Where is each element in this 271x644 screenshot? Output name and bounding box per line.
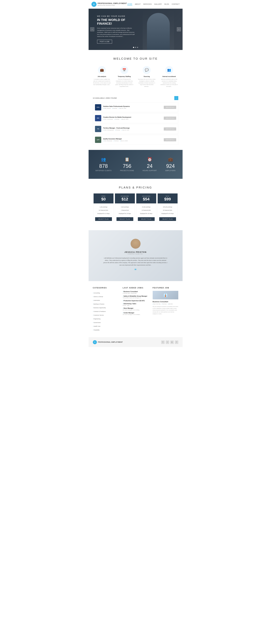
category-link-1[interactable]: Admin & Clerical	[93, 296, 103, 297]
category-item-1: Admin & Clerical	[93, 294, 118, 298]
job-meta-2: USA, Pennsylvania Full time Sep 04, 2015	[103, 130, 162, 131]
pricing-feature: 4 job postings	[116, 206, 133, 209]
nav-item-home[interactable]: HOME	[127, 3, 132, 6]
logo-icon: ✈	[92, 2, 96, 7]
footer-top: CATEGORIES AccountingAdmin & ClericalAut…	[88, 281, 182, 337]
testimonial-section: JESSICA PRISTON COMPANY NAME INC. I will…	[88, 230, 182, 281]
hero-description: Every corporate human resources team is …	[97, 27, 136, 38]
last-job-link-4[interactable]: Store Manager	[123, 308, 148, 309]
hero-silhouette	[147, 13, 170, 50]
stat-number-0: 878	[96, 163, 112, 169]
category-link-10[interactable]: Hospitality	[93, 329, 100, 331]
nav-item-contact[interactable]: CONTACT	[172, 3, 180, 5]
pricing-grid: FREE $0 1 job postingsNo featured jobsDi…	[93, 194, 178, 223]
pricing-feature: 1 job postings	[95, 206, 112, 209]
social-icon-1[interactable]: t	[166, 340, 169, 344]
category-link-0[interactable]: Accounting	[93, 292, 100, 294]
social-icon-0[interactable]: 𝕋	[161, 340, 164, 344]
service-title-3: Internal recruitment	[160, 76, 178, 77]
view-details-button-3[interactable]: View Details	[164, 138, 176, 141]
pricing-feature: No featured jobs	[95, 209, 112, 212]
job-type-1: Full time	[114, 118, 120, 120]
jobs-nav-button[interactable]: ›	[174, 96, 178, 100]
pricing-section: PLANS & PRICING FREE $0 1 job postingsNo…	[88, 179, 182, 230]
plan-price-3: $99	[159, 197, 176, 202]
jobs-section: 10 AVAILABLE JOBS FOUND › FSPA Solution …	[88, 93, 182, 150]
pricing-card-3: MAXI $99 100 job postings50 featured job…	[158, 194, 178, 223]
select-plan-button-1[interactable]: Select Plan	[116, 217, 133, 221]
category-link-5[interactable]: Contract & Freelance	[93, 311, 106, 312]
nav-item-about[interactable]: ABOUT	[135, 3, 140, 5]
last-job-meta-0: 4 minutes ago, using Email...	[123, 293, 148, 294]
category-link-9[interactable]: Health Care	[93, 326, 100, 327]
view-details-button-2[interactable]: View Details	[164, 128, 176, 130]
last-job-link-5[interactable]: Center Manager	[123, 312, 148, 314]
footer-last-jobs: LAST ADDED JOBS: Business Consultant 4 m…	[123, 287, 148, 332]
job-card-2: TFB Territory Manager - Food and Beverag…	[93, 124, 178, 134]
job-type-0: Full time	[112, 108, 117, 109]
job-info-0: Solution Sales Professionals Dynamics US…	[103, 106, 162, 109]
category-link-7[interactable]: Engineering	[93, 318, 100, 320]
category-item-8: Government	[93, 320, 118, 324]
footer-bottom: ✈ Professional employment 𝕋tinf	[88, 337, 182, 347]
logo: ✈ Professional employment RECRUITING SEA…	[92, 2, 127, 7]
plan-name-3: MAXI	[159, 196, 176, 197]
social-icon-2[interactable]: in	[170, 340, 174, 344]
pricing-feature: 1 featured job	[116, 209, 133, 212]
social-icon-3[interactable]: f	[175, 340, 178, 344]
job-date-1: Sep 04, 2015	[121, 118, 128, 120]
plan-name-2: ADVANCED	[138, 196, 155, 197]
service-item-2: 💬 Sourcing Sourcing is the use of one or…	[138, 66, 156, 88]
service-desc-0: In situations where multiple new jobs ar…	[93, 78, 111, 86]
nav-item-services[interactable]: SERVICES	[143, 3, 152, 5]
service-item-0: 💼 Job analysis In situations where multi…	[93, 66, 111, 88]
post-job-button[interactable]: POST A JOB	[97, 40, 112, 44]
last-jobs-title: LAST ADDED JOBS:	[123, 287, 148, 289]
job-location-3: USA, Minnesota	[103, 140, 112, 142]
hero-dot-2[interactable]	[135, 47, 136, 48]
hero-prev-button[interactable]: ‹	[90, 27, 94, 31]
select-plan-button-0[interactable]: Select Plan	[95, 217, 112, 221]
service-icon-0: 💼	[98, 66, 106, 74]
job-logo-1: MBD	[95, 115, 101, 121]
category-link-3[interactable]: Banking & Finance	[93, 303, 104, 305]
category-link-8[interactable]: Government	[93, 322, 101, 323]
pricing-feature: 100 job postings	[159, 206, 176, 209]
footer-logo: ✈ Professional employment	[93, 340, 123, 344]
select-plan-button-3[interactable]: Select Plan	[159, 217, 176, 221]
pricing-card-0: FREE $0 1 job postingsNo featured jobsDi…	[94, 194, 114, 223]
quote-icon: ❞	[93, 268, 178, 272]
hero-dot-1[interactable]	[133, 47, 134, 48]
job-title-1: Creative Director for Mobile Development	[103, 116, 162, 118]
footer-categories: CATEGORIES AccountingAdmin & ClericalAut…	[93, 287, 118, 332]
job-title-2: Territory Manager - Food and Beverage	[103, 127, 162, 129]
category-link-6[interactable]: Customer Service	[93, 314, 104, 316]
pricing-feature: 10 featured jobs	[138, 209, 155, 212]
stat-label-2: Hours Support	[142, 170, 157, 172]
hero-next-button[interactable]: ›	[177, 27, 181, 31]
category-link-4[interactable]: Business Opportunity	[93, 307, 106, 308]
nav-item-gallery[interactable]: GALLERY	[154, 3, 162, 5]
hero-subtitle: WE CAN BE YOUR GUIDE	[97, 15, 136, 17]
job-date-2: Sep 04, 2015	[122, 130, 129, 131]
last-job-link-0[interactable]: Business Consultant	[123, 291, 148, 292]
jobs-list: FSPA Solution Sales Professionals Dynami…	[93, 102, 178, 145]
job-type-2: Full time	[115, 130, 120, 131]
select-plan-button-2[interactable]: Select Plan	[138, 217, 155, 221]
category-link-2[interactable]: Automotive	[93, 300, 100, 301]
job-card-3: QAM Quality Assurance Manager USA, Minne…	[93, 135, 178, 145]
featured-job-desc: We are looking for business consultants …	[153, 306, 178, 315]
pricing-card-2: ADVANCED $54 10 job postings10 featured …	[136, 194, 156, 223]
hero-dot-3[interactable]	[137, 47, 138, 48]
job-date-0: Sep 04, 2015	[118, 108, 126, 109]
view-details-button-0[interactable]: View Details	[164, 106, 176, 109]
footer-logo-text: Professional employment	[98, 341, 123, 343]
last-job-link-3[interactable]: Advertising / Sales	[123, 303, 148, 304]
last-job-link-2[interactable]: Production Supervisor (62-647)	[123, 300, 148, 302]
service-desc-1: The use of temporary HR employees on a i…	[115, 78, 134, 88]
last-job-link-1[interactable]: Safety & Reliability Group Manager	[123, 296, 148, 297]
service-item-1: 📅 Temporary Staffing The use of temporar…	[115, 66, 134, 88]
nav-item-blog[interactable]: BLOG	[164, 3, 169, 5]
view-details-button-1[interactable]: View Details	[164, 116, 176, 120]
stat-label-1: Projects Done	[120, 170, 134, 172]
